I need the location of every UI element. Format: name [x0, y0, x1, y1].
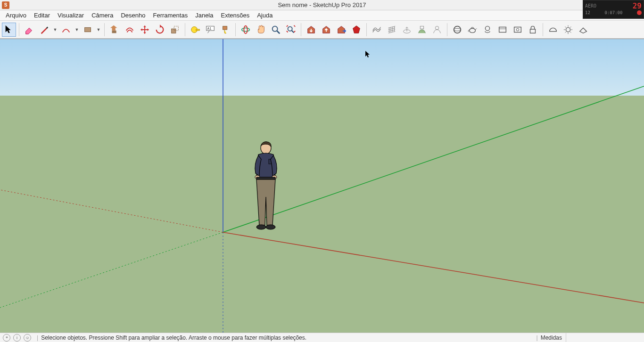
- svg-point-15: [454, 26, 461, 33]
- toolbar-separator: [235, 23, 236, 36]
- axes-overlay: [0, 39, 644, 333]
- sun-icon: [563, 24, 573, 35]
- svg-rect-1: [112, 30, 116, 33]
- svg-point-9: [244, 25, 247, 33]
- menu-camera[interactable]: Câmera: [88, 11, 117, 20]
- drape-icon: [432, 24, 442, 35]
- menu-arquivo[interactable]: Arquivo: [2, 11, 30, 20]
- menu-extensoes[interactable]: Extensões: [217, 11, 253, 20]
- vray-lock-tool[interactable]: [526, 23, 540, 37]
- toolbar-separator: [19, 23, 19, 36]
- vray-teapot-tool[interactable]: [465, 23, 479, 37]
- warehouse-up-icon: [321, 24, 331, 35]
- hand-sphere-icon: [482, 24, 493, 35]
- ruby-icon: [351, 24, 362, 35]
- svg-point-16: [454, 28, 461, 31]
- svg-point-37: [266, 225, 275, 229]
- vray-dome-tool[interactable]: [546, 23, 560, 37]
- svg-point-11: [288, 26, 292, 31]
- svg-point-10: [272, 26, 278, 31]
- arc-dropdown[interactable]: ▼: [74, 27, 80, 32]
- menu-desenho[interactable]: Desenho: [117, 11, 149, 20]
- eraser-tool[interactable]: [22, 23, 36, 37]
- pan-tool[interactable]: [254, 23, 268, 37]
- vray-sun-tool[interactable]: [561, 23, 575, 37]
- sandbox-smoove-tool[interactable]: [400, 23, 414, 37]
- sandbox-scratch-tool[interactable]: [385, 23, 399, 37]
- frame-icon: [512, 24, 523, 35]
- ruby-console-tool[interactable]: [349, 23, 363, 37]
- toolbar-separator: [366, 23, 367, 36]
- zoom-extents-tool[interactable]: [284, 23, 298, 37]
- paint-icon: [220, 24, 231, 35]
- menu-ajuda[interactable]: Ajuda: [253, 11, 276, 20]
- scale-tool[interactable]: [168, 23, 182, 37]
- sandbox-contours-tool[interactable]: [370, 23, 384, 37]
- svg-text:A1: A1: [207, 26, 212, 31]
- viewport-3d[interactable]: [0, 39, 644, 333]
- offset-tool[interactable]: [123, 23, 137, 37]
- tape-tool[interactable]: [188, 23, 202, 37]
- svg-point-22: [516, 28, 519, 31]
- svg-line-28: [0, 232, 223, 308]
- vray-rt-tool[interactable]: [480, 23, 495, 37]
- menu-janela[interactable]: Janela: [191, 11, 217, 20]
- shapes-tool[interactable]: [81, 23, 95, 37]
- svg-rect-13: [420, 26, 423, 29]
- toolbar-separator: [543, 23, 543, 36]
- geo-location-icon[interactable]: ⌖: [3, 334, 10, 342]
- vray-viewport-tool[interactable]: [495, 23, 510, 37]
- shapes-dropdown[interactable]: ▼: [96, 27, 101, 32]
- rotate-tool[interactable]: [153, 23, 167, 37]
- select-tool[interactable]: [2, 23, 16, 37]
- arc-tool[interactable]: [59, 23, 73, 37]
- person-icon[interactable]: ☺: [24, 334, 31, 342]
- svg-rect-23: [530, 29, 536, 33]
- cursor-pointer-icon: [365, 51, 371, 58]
- svg-rect-0: [85, 27, 91, 32]
- scale-figure[interactable]: [245, 140, 288, 235]
- orbit-tool[interactable]: [239, 23, 253, 37]
- vray-render-tool[interactable]: [450, 23, 464, 37]
- measurements-input[interactable]: [566, 333, 641, 342]
- share-model-tool[interactable]: [319, 23, 333, 37]
- text-icon: A1: [205, 24, 215, 35]
- svg-point-19: [485, 26, 489, 30]
- extension-warehouse-tool[interactable]: [334, 23, 348, 37]
- zoom-tool[interactable]: [269, 23, 283, 37]
- status-hint: Selecione objetos. Pressione Shift para …: [41, 334, 306, 341]
- status-divider: |: [37, 334, 38, 341]
- sandbox-stamp-tool[interactable]: [415, 23, 429, 37]
- warehouse-down-icon: [306, 24, 316, 35]
- text-tool[interactable]: A1: [203, 23, 217, 37]
- svg-point-8: [242, 28, 250, 31]
- svg-rect-21: [514, 27, 521, 32]
- lock-icon: [528, 24, 538, 35]
- pushpull-tool[interactable]: [107, 23, 122, 37]
- menu-editar[interactable]: Editar: [30, 11, 54, 20]
- svg-rect-35: [256, 177, 275, 179]
- move-tool[interactable]: [138, 23, 152, 37]
- menu-visualizar[interactable]: Visualizar: [54, 11, 88, 20]
- vray-frame-tool[interactable]: [511, 23, 525, 37]
- measurements-label: Medidas: [541, 334, 562, 341]
- menu-ferramentas[interactable]: Ferramentas: [149, 11, 191, 20]
- move-icon: [140, 24, 150, 35]
- offset-icon: [124, 24, 135, 35]
- smoove-icon: [402, 24, 412, 35]
- credits-icon[interactable]: i: [13, 334, 21, 342]
- paint-tool[interactable]: [218, 23, 232, 37]
- sandbox-drape-tool[interactable]: [430, 23, 444, 37]
- svg-rect-2: [172, 29, 176, 33]
- rect-icon: [83, 24, 93, 35]
- get-models-tool[interactable]: [304, 23, 318, 37]
- stamp-icon: [417, 24, 427, 35]
- svg-line-29: [223, 232, 644, 303]
- vray-plane-tool[interactable]: [576, 23, 590, 37]
- overlay-label: AERO: [585, 3, 596, 8]
- pencil-icon: [39, 24, 50, 35]
- line-dropdown[interactable]: ▼: [52, 27, 58, 32]
- teapot-icon: [467, 24, 478, 35]
- svg-point-36: [256, 225, 266, 229]
- line-tool[interactable]: [37, 23, 51, 37]
